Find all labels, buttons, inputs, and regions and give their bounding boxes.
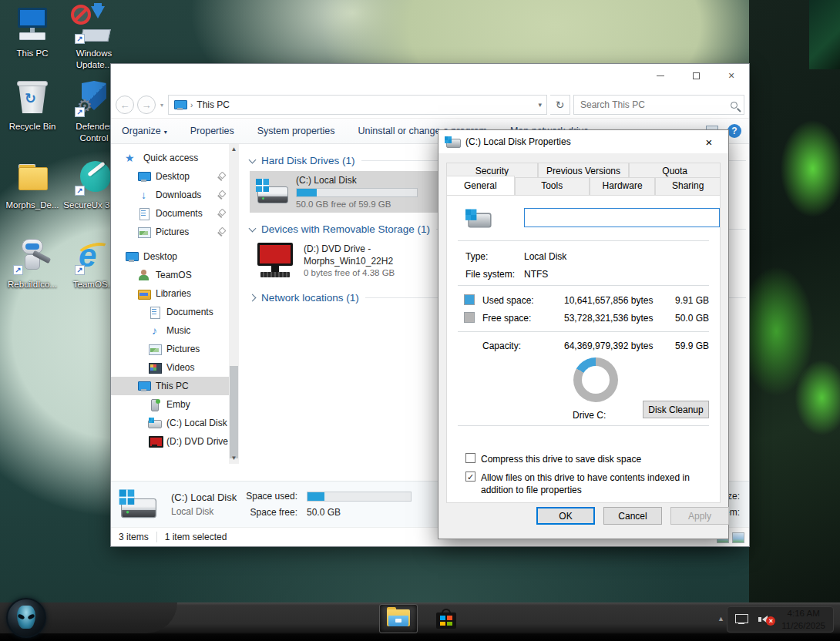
refresh-button[interactable]: ↻: [550, 95, 570, 115]
sidebar-item-pictures[interactable]: Pictures: [111, 223, 229, 241]
sidebar-item-documents-lib[interactable]: Documents: [111, 303, 229, 321]
chevron-right-icon[interactable]: [249, 294, 257, 301]
used-space-bytes: 10,641,657,856 bytes: [564, 295, 653, 306]
type-value: Local Disk: [524, 251, 566, 262]
chevron-down-icon[interactable]: [249, 224, 257, 232]
back-button[interactable]: ←: [116, 96, 134, 114]
minimize-button[interactable]: [643, 64, 678, 87]
selection-count: 1 item selected: [165, 532, 227, 542]
address-dropdown-icon[interactable]: ▾: [538, 101, 542, 109]
taskbar-file-explorer-button[interactable]: [379, 604, 418, 633]
sidebar-item-desktop-root[interactable]: Desktop: [111, 247, 229, 266]
network-icon[interactable]: [735, 614, 751, 626]
taskbar-store-button[interactable]: [427, 604, 465, 633]
selected-item-name: (C:) Local Disk: [171, 490, 237, 505]
search-input[interactable]: [580, 99, 731, 110]
index-checkbox-label[interactable]: Allow files on this drive to have conten…: [481, 472, 707, 496]
close-button[interactable]: ×: [714, 64, 749, 87]
taskbar-clock[interactable]: 4:16 AM 11/26/2025: [781, 607, 825, 632]
sidebar-item-dvd-drive[interactable]: (D:) DVD Drive -: [111, 432, 229, 451]
properties-button[interactable]: Properties: [190, 126, 234, 136]
maximize-button[interactable]: [678, 64, 714, 87]
breadcrumb-chevron: ›: [190, 101, 193, 109]
document-icon: [148, 307, 161, 318]
desktop-icon-recycle-bin[interactable]: ↻ Recycle Bin: [0, 79, 65, 133]
disk-cleanup-button[interactable]: Disk Cleanup: [643, 401, 709, 418]
free-space-label: Free space:: [482, 313, 531, 324]
help-icon[interactable]: ?: [727, 124, 741, 138]
sidebar-item-pictures-lib[interactable]: Pictures: [111, 340, 229, 358]
monitor-icon: [125, 251, 138, 263]
start-button[interactable]: [6, 598, 46, 638]
monitor-icon: [137, 171, 150, 183]
star-icon: ★: [125, 153, 138, 164]
system-properties-button[interactable]: System properties: [257, 126, 335, 136]
dialog-close-button[interactable]: ×: [696, 136, 722, 149]
hard-disk-icon: [465, 210, 490, 228]
sidebar-item-quick-access[interactable]: ★Quick access: [111, 149, 229, 167]
hard-disk-icon: [119, 489, 159, 519]
clock-time: 4:16 AM: [781, 607, 825, 619]
sidebar-scrollbar[interactable]: ▲ ▼: [229, 144, 239, 464]
desktop-icon-morphs-folder[interactable]: Morphs_De...: [0, 158, 65, 211]
sidebar-item-libraries[interactable]: Libraries: [111, 284, 229, 303]
forward-button[interactable]: →: [137, 96, 156, 114]
sidebar-item-music[interactable]: ♪Music: [111, 321, 229, 340]
address-bar[interactable]: › This PC ▾: [168, 95, 547, 115]
apply-button[interactable]: Apply: [670, 507, 729, 525]
sidebar-item-teamos-user[interactable]: TeamOS: [111, 266, 229, 284]
drive-label-input[interactable]: [524, 208, 720, 227]
scrollbar-thumb[interactable]: [230, 366, 238, 458]
sidebar-item-desktop-pinned[interactable]: Desktop: [111, 167, 229, 186]
desktop-icon-windows-update[interactable]: ↗ Windows Update...: [62, 6, 126, 71]
pin-icon: [217, 228, 226, 237]
large-icons-view-toggle-icon[interactable]: [732, 532, 744, 543]
volume-muted-icon[interactable]: ×: [758, 613, 774, 626]
sidebar-item-documents[interactable]: Documents: [111, 204, 229, 223]
index-checkbox[interactable]: ✓: [465, 472, 475, 482]
system-tray: × 4:16 AM 11/26/2025: [727, 606, 834, 633]
search-box[interactable]: [573, 95, 744, 115]
ok-button[interactable]: OK: [536, 507, 595, 525]
scroll-up-icon[interactable]: ▲: [229, 144, 239, 155]
desktop-icon-this-pc[interactable]: This PC: [0, 6, 65, 59]
desktop-icon-label: Morphs_De...: [0, 200, 65, 211]
organize-menu[interactable]: Organize▾: [122, 126, 167, 136]
music-icon: ♪: [148, 325, 161, 337]
capacity-label: Capacity:: [482, 341, 521, 351]
tab-quota[interactable]: Quota: [629, 163, 721, 179]
compress-checkbox[interactable]: [465, 453, 475, 463]
tab-sharing[interactable]: Sharing: [655, 177, 721, 196]
sidebar-item-emby[interactable]: Emby: [111, 395, 229, 414]
tab-general[interactable]: General: [446, 176, 515, 195]
scroll-down-icon[interactable]: ▼: [229, 453, 239, 464]
desktop-icon-rebuildico[interactable]: ↗ RebuildIco...: [0, 237, 65, 290]
tab-tools[interactable]: Tools: [515, 177, 590, 196]
dialog-title: (C:) Local Disk Properties: [465, 136, 571, 147]
sidebar-item-videos[interactable]: Videos: [111, 358, 229, 377]
chevron-down-icon[interactable]: [249, 156, 257, 163]
tab-hardware[interactable]: Hardware: [590, 177, 656, 196]
file-system-label: File system:: [465, 269, 515, 280]
desktop-icon-label: RebuildIco...: [0, 279, 65, 290]
dialog-titlebar[interactable]: (C:) Local Disk Properties ×: [438, 130, 728, 153]
drive-c-tile[interactable]: (C:) Local Disk 50.0 GB free of 59.9 GB: [250, 171, 447, 213]
minimize-icon: [657, 76, 664, 76]
pin-icon: [217, 173, 226, 181]
compress-checkbox-label[interactable]: Compress this drive to save disk space: [481, 453, 707, 465]
recycle-bin-icon: ↻: [12, 79, 52, 118]
show-hidden-icons-button[interactable]: ▲: [717, 615, 724, 623]
sidebar-item-this-pc[interactable]: This PC: [111, 377, 229, 395]
windows-update-blocked-icon: ↗: [74, 6, 114, 45]
recent-locations-dropdown[interactable]: ▾: [160, 102, 163, 109]
titlebar[interactable]: ×: [111, 64, 749, 92]
sidebar-item-c-drive[interactable]: (C:) Local Disk: [111, 414, 229, 432]
breadcrumb[interactable]: This PC: [197, 99, 230, 110]
tab-previous-versions[interactable]: Previous Versions: [538, 163, 630, 179]
sidebar-item-downloads[interactable]: ↓Downloads: [111, 186, 229, 204]
cancel-button[interactable]: Cancel: [603, 507, 662, 525]
used-space-gb: 9.91 GB: [675, 295, 709, 306]
free-space-gb: 50.0 GB: [675, 313, 709, 324]
drive-name-2: Morphs_Win10_22H2: [304, 255, 395, 267]
disk-usage-pie-chart: [573, 357, 618, 402]
